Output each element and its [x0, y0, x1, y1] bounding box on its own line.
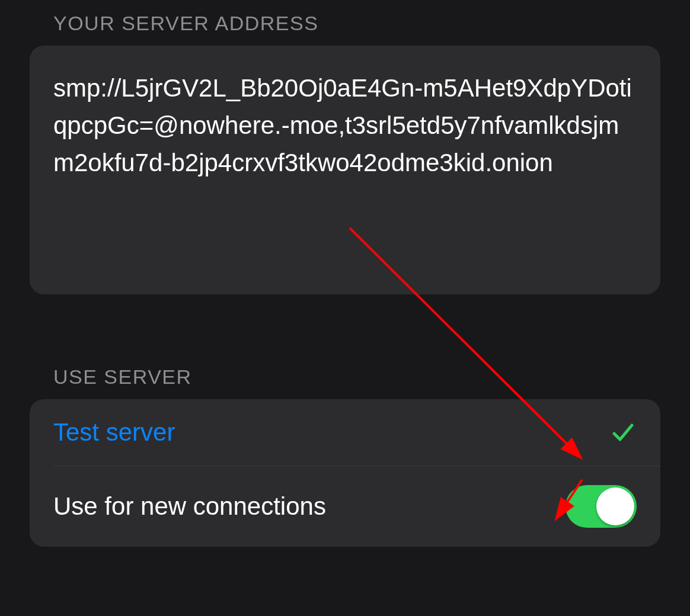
use-connections-row: Use for new connections — [30, 466, 660, 547]
use-connections-toggle[interactable] — [566, 485, 637, 528]
test-server-label: Test server — [53, 418, 175, 447]
use-server-card: Test server Use for new connections — [30, 399, 660, 547]
use-connections-label: Use for new connections — [53, 492, 326, 521]
address-section-header: Your Server Address — [53, 12, 660, 35]
settings-screen: Your Server Address smp://L5jrGV2L_Bb20O… — [30, 12, 660, 547]
toggle-knob — [596, 487, 634, 525]
server-address-text: smp://L5jrGV2L_Bb20Oj0aE4Gn-m5AHet9XdpYD… — [53, 69, 637, 181]
use-server-section-header: Use Server — [53, 365, 660, 389]
server-address-card[interactable]: smp://L5jrGV2L_Bb20Oj0aE4Gn-m5AHet9XdpYD… — [30, 46, 660, 294]
checkmark-icon — [608, 418, 637, 447]
test-server-row[interactable]: Test server — [30, 399, 660, 466]
